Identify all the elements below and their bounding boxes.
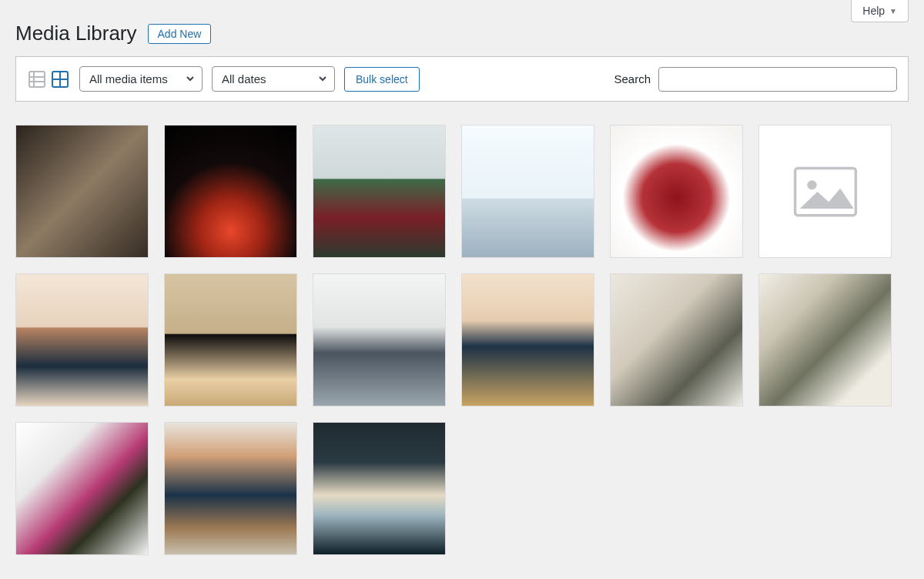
media-thumbnail[interactable] (610, 273, 743, 407)
page-title: Media Library (15, 22, 137, 45)
search-wrap: Search (614, 67, 897, 92)
media-thumbnail[interactable] (758, 125, 892, 258)
media-thumbnail[interactable] (15, 125, 149, 258)
media-gallery (0, 102, 924, 571)
date-filter-wrap: All dates (212, 66, 335, 92)
media-thumbnail[interactable] (313, 422, 446, 555)
media-type-filter-wrap: All media items (79, 66, 203, 92)
grid-view-button[interactable] (50, 69, 70, 89)
search-input[interactable] (658, 67, 897, 92)
media-thumbnail[interactable] (758, 273, 892, 407)
bulk-select-button[interactable]: Bulk select (344, 67, 420, 92)
page-header: Media Library Add New (0, 0, 924, 56)
grid-view-icon (52, 71, 69, 88)
date-filter[interactable]: All dates (212, 66, 335, 92)
media-thumbnail[interactable] (313, 273, 446, 407)
add-new-button[interactable]: Add New (148, 24, 212, 44)
media-thumbnail[interactable] (15, 273, 149, 407)
svg-rect-0 (29, 72, 45, 87)
media-thumbnail[interactable] (313, 125, 446, 258)
help-tab-container: Help ▼ (851, 0, 909, 22)
media-type-filter[interactable]: All media items (79, 66, 203, 92)
media-toolbar: All media items All dates Bulk select Se… (15, 56, 909, 102)
media-thumbnail[interactable] (164, 422, 297, 555)
view-switch (27, 69, 70, 89)
media-thumbnail[interactable] (164, 125, 297, 258)
media-thumbnail[interactable] (164, 273, 297, 407)
media-thumbnail[interactable] (461, 125, 594, 258)
search-label: Search (614, 72, 651, 85)
help-tab[interactable]: Help ▼ (851, 0, 909, 22)
chevron-down-icon: ▼ (889, 7, 897, 15)
media-thumbnail[interactable] (461, 273, 594, 407)
image-placeholder-icon (791, 165, 860, 219)
list-view-icon (28, 71, 45, 88)
help-label: Help (862, 5, 885, 17)
svg-point-8 (807, 180, 816, 189)
media-thumbnail[interactable] (15, 422, 149, 555)
list-view-button[interactable] (27, 69, 47, 89)
media-thumbnail[interactable] (610, 125, 743, 258)
